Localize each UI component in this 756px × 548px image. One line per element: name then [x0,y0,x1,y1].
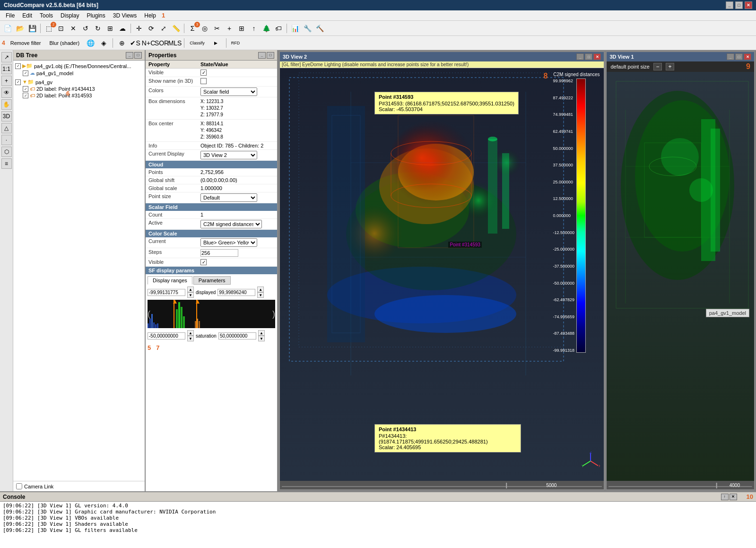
sidebar-icon-point[interactable]: · [1,135,12,145]
steps-input[interactable] [200,249,238,257]
sidebar-icon-select[interactable]: ↗ [1,52,12,62]
sidebar-icon-pan[interactable]: ✋ [1,99,12,110]
blur-shader-btn[interactable]: Blur (shader) [46,39,83,47]
undo-btn[interactable]: ↺ [80,23,91,34]
view1-canvas[interactable]: pa4_gv1_model [607,72,754,481]
minimize-button[interactable]: _ [726,1,733,9]
view2-close-btn[interactable]: ✕ [593,53,601,60]
classify-btn[interactable]: Classify [188,37,207,49]
props-maximize-btn[interactable]: □ [267,52,274,59]
view-nc-btn[interactable]: N+C [143,37,154,49]
close-button[interactable]: ✕ [745,1,752,9]
open-btn[interactable]: 📂 [14,23,26,34]
range-max-up[interactable]: ▲ [257,287,264,292]
tree-item-label2[interactable]: 🏷 2D label: Point #314593 [15,92,143,99]
range-min-up[interactable]: ▲ [187,287,194,292]
camera-link-checkbox[interactable] [16,483,22,489]
new-btn[interactable]: 📄 [2,23,13,34]
clip-btn[interactable]: ✂ [211,23,223,34]
zoom-out-btn[interactable]: − [653,63,662,70]
tree-checkbox-label1[interactable] [23,86,28,92]
sidebar-icon-3d[interactable]: 3D [1,111,12,122]
tree-item-label1[interactable]: 🏷 2D label: Point #1434413 [15,86,143,92]
sidebar-icon-view[interactable]: 👁 [1,87,12,98]
titlebar-controls[interactable]: _ □ ✕ [726,1,752,9]
props-collapse-btn[interactable]: _ [258,52,266,59]
extra-btn[interactable]: ▶ [209,37,223,49]
filter-btn[interactable]: ◎ [199,23,210,34]
sidebar-icon-poly[interactable]: △ [1,123,12,133]
prop-val-display[interactable]: 3D View 2 3D View 1 [198,150,277,161]
range-max-down[interactable]: ▼ [257,292,264,298]
dbtree-maximize-btn[interactable]: □ [134,52,142,59]
save-btn[interactable]: 💾 [26,23,38,34]
view1-min-btn[interactable]: _ [727,53,734,60]
kdtree-btn[interactable]: 🌲 [261,23,272,34]
view2-canvas[interactable]: Point #314593 P#314593: (86168.671875;50… [280,68,604,481]
menu-help[interactable]: Help [140,11,160,20]
sf-val-active[interactable]: C2M signed distances [198,219,277,230]
view-sor-btn[interactable]: SOR [156,37,167,49]
sat-max-input[interactable] [218,332,256,339]
menu-tools[interactable]: Tools [36,11,57,20]
sat-max-up[interactable]: ▲ [258,330,265,336]
sidebar-icon-seg[interactable]: ⬡ [1,147,12,157]
sat-min-up[interactable]: ▲ [187,330,194,336]
plugin1-btn[interactable]: 📊 [289,23,301,34]
segment-btn[interactable]: + [224,23,235,34]
deselect-btn[interactable]: ⊡ [55,23,67,34]
view2-min-btn[interactable]: _ [576,53,584,60]
measure-btn[interactable]: 📏 [170,23,182,34]
view1-close-btn[interactable]: ✕ [744,53,751,60]
dist-btn[interactable]: ⊞ [236,23,247,34]
range-max-input[interactable] [217,289,255,296]
rf-btn[interactable]: RFD [230,37,241,49]
sat-max-down[interactable]: ▼ [258,336,265,341]
active-sf-dropdown[interactable]: C2M signed distances [200,220,262,228]
menu-3dviews[interactable]: 3D Views [109,11,140,20]
sat-min-down[interactable]: ▼ [187,336,194,341]
view1-max-btn[interactable]: □ [735,53,743,60]
tab-display-ranges[interactable]: Display ranges [148,276,192,285]
label-btn[interactable]: 🏷 [273,23,284,34]
menu-display[interactable]: Display [57,11,83,20]
view-plus-btn[interactable]: ⊕ [116,37,128,49]
move-btn[interactable]: ✛ [133,23,145,34]
cloud-btn[interactable]: ☁ [117,23,128,34]
tree-checkbox-label2[interactable] [23,93,28,98]
menu-edit[interactable]: Edit [18,11,36,20]
showname-checkbox[interactable] [200,78,207,84]
prop-val-showname[interactable] [198,77,277,87]
view2-max-btn[interactable]: □ [585,53,592,60]
cs-val-current[interactable]: Blue> Green> Yellow [198,237,277,248]
tab-parameters[interactable]: Parameters [193,276,231,285]
sidebar-icon-filter[interactable]: ≡ [1,158,12,169]
console-close-btn[interactable]: ✕ [730,494,737,500]
visible-checkbox[interactable] [200,70,207,76]
tree-checkbox-pa4gv1model[interactable] [23,70,28,76]
merge-btn[interactable]: ⊞ [104,23,116,34]
tree-checkbox-pa4gv[interactable] [15,79,21,85]
redo-btn[interactable]: ↻ [92,23,104,34]
normal-btn[interactable]: ↑ [248,23,260,34]
tree-checkbox-pa4gv1obj[interactable] [15,63,21,69]
sidebar-icon-zoom[interactable]: + [1,76,12,86]
plugin3-btn[interactable]: 🔨 [314,23,325,34]
view-check-btn[interactable]: ✔S [130,37,141,49]
tree-item-pa4gv[interactable]: ▼📁 pa4_gv [15,78,143,86]
cs-val-steps[interactable] [198,248,277,258]
view-mls-btn[interactable]: MLS [169,37,181,49]
prop-val-visible[interactable] [198,69,277,77]
display-dropdown[interactable]: 3D View 2 3D View 1 [200,151,257,159]
maximize-button[interactable]: □ [735,1,743,9]
cs-val-visible[interactable] [198,258,277,267]
menu-plugins[interactable]: Plugins [83,11,109,20]
cs-visible-checkbox[interactable] [200,259,207,265]
colorscale-dropdown[interactable]: Blue> Green> Yellow [200,238,257,247]
sat-min-input[interactable] [148,332,185,339]
menu-file[interactable]: File [2,11,18,20]
shader2-btn[interactable]: ◈ [98,37,109,49]
plugin2-btn[interactable]: 🔧 [302,23,313,34]
tree-item-pa4gv1obj[interactable]: ▶📁 pa4_gv1.obj (E:/These/Donnees/Central… [15,62,143,70]
console-expand-btn[interactable]: ↑ [721,494,729,500]
